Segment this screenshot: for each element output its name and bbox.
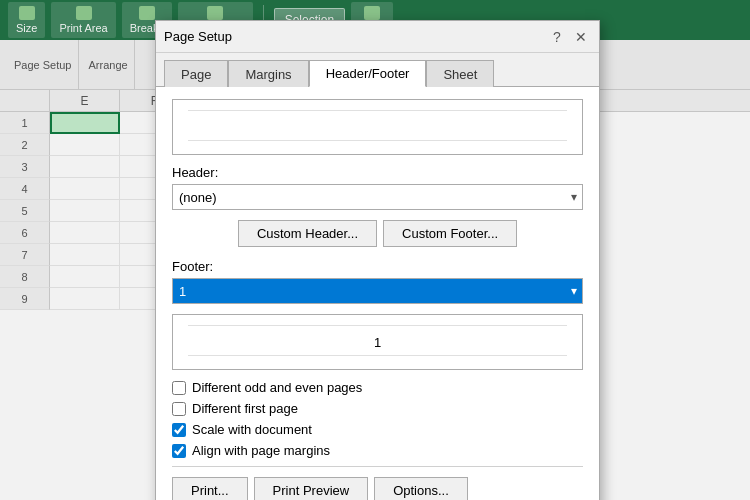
tab-sheet[interactable]: Sheet — [426, 60, 494, 87]
footer-dropdown-wrapper: 1 — [172, 278, 583, 304]
page-setup-dialog: Page Setup ? ✕ Page Margins Header/Foote… — [155, 20, 600, 500]
header-label: Header: — [172, 165, 583, 180]
checkbox-odd-even: Different odd and even pages — [172, 380, 583, 395]
footer-dropdown[interactable]: 1 — [172, 278, 583, 304]
checkbox-first-page: Different first page — [172, 401, 583, 416]
header-preview-box — [172, 99, 583, 155]
checkbox-align-label: Align with page margins — [192, 443, 330, 458]
dialog-title: Page Setup — [164, 29, 232, 44]
bottom-buttons-row: Print... Print Preview Options... — [172, 477, 583, 500]
tab-header-footer[interactable]: Header/Footer — [309, 60, 427, 87]
dialog-titlebar: Page Setup ? ✕ — [156, 21, 599, 53]
checkbox-align-input[interactable] — [172, 444, 186, 458]
custom-header-button[interactable]: Custom Header... — [238, 220, 377, 247]
custom-buttons-row: Custom Header... Custom Footer... — [172, 220, 583, 247]
checkbox-first-page-input[interactable] — [172, 402, 186, 416]
header-dropdown[interactable]: (none) — [172, 184, 583, 210]
checkbox-first-page-label: Different first page — [192, 401, 298, 416]
dialog-tabs: Page Margins Header/Footer Sheet — [156, 53, 599, 87]
custom-footer-button[interactable]: Custom Footer... — [383, 220, 517, 247]
header-dropdown-wrapper: (none) — [172, 184, 583, 210]
checkbox-align: Align with page margins — [172, 443, 583, 458]
checkbox-odd-even-label: Different odd and even pages — [192, 380, 362, 395]
options-button[interactable]: Options... — [374, 477, 468, 500]
footer-preview-text: 1 — [374, 335, 381, 350]
footer-preview-lines — [188, 325, 567, 326]
checkbox-scale: Scale with document — [172, 422, 583, 437]
print-preview-button[interactable]: Print Preview — [254, 477, 369, 500]
separator — [172, 466, 583, 467]
close-button[interactable]: ✕ — [571, 27, 591, 47]
checkbox-scale-input[interactable] — [172, 423, 186, 437]
checkbox-odd-even-input[interactable] — [172, 381, 186, 395]
checkbox-scale-label: Scale with document — [192, 422, 312, 437]
help-button[interactable]: ? — [547, 27, 567, 47]
tab-margins[interactable]: Margins — [228, 60, 308, 87]
dialog-content: Header: (none) Custom Header... Custom F… — [156, 87, 599, 500]
footer-label: Footer: — [172, 259, 583, 274]
dialog-controls: ? ✕ — [547, 27, 591, 47]
footer-preview-box: 1 — [172, 314, 583, 370]
tab-page[interactable]: Page — [164, 60, 228, 87]
print-button[interactable]: Print... — [172, 477, 248, 500]
header-preview-lines — [188, 110, 567, 111]
